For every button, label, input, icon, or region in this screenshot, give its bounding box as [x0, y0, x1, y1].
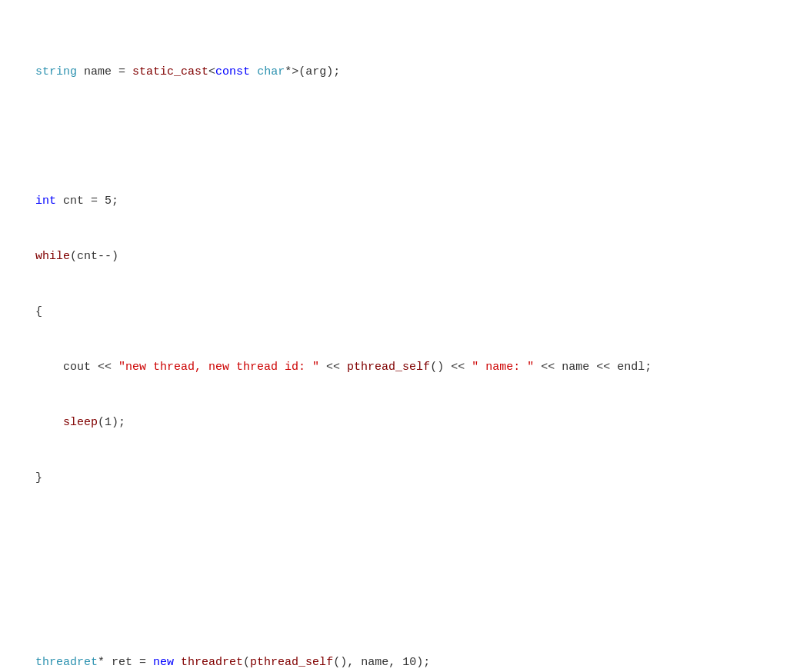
code-line-1: string name = static_cast<const char*>(a… — [8, 63, 775, 82]
code-line-3: while(cnt--) — [8, 248, 775, 266]
code-line-4: { — [8, 303, 775, 321]
code-container: string name = static_cast<const char*>(a… — [0, 0, 790, 672]
code-line-blank1 — [8, 137, 775, 155]
code-line-2: int cnt = 5; — [8, 192, 775, 211]
code-line-5: cout << "new thread, new thread id: " <<… — [8, 358, 775, 377]
code-line-8: threadret* ret = new threadret(pthread_s… — [8, 654, 775, 672]
code-line-blank3 — [8, 598, 775, 617]
code-line-6: sleep(1); — [8, 414, 775, 432]
code-line-7: } — [8, 469, 775, 487]
code-line-blank2 — [8, 543, 775, 561]
